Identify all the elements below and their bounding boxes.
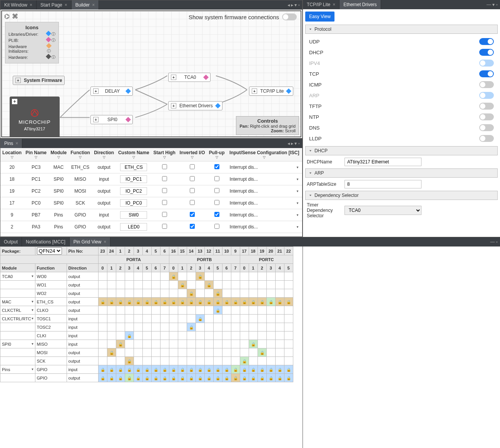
grid-cell[interactable]: 🔒 xyxy=(240,374,249,382)
grid-cell[interactable]: 🔒 xyxy=(187,365,196,374)
grid-cell[interactable]: 🔒 xyxy=(231,298,240,306)
grid-cell[interactable]: 🔒 xyxy=(151,298,160,306)
grid-cell[interactable]: 🔒 xyxy=(187,323,196,331)
grid-cell[interactable]: 🔒 xyxy=(213,374,222,382)
window-ctrls[interactable]: ◂ ▸ ▾ ▫ xyxy=(288,0,302,10)
grid-cell[interactable]: 🔒 xyxy=(204,298,213,306)
grid-cell[interactable]: 🔒 xyxy=(284,298,293,306)
custom-name-input[interactable] xyxy=(120,223,147,231)
grid-cell[interactable]: 🔒 xyxy=(204,374,213,382)
grid-cell[interactable]: 🔒 xyxy=(258,365,266,374)
node-spi0[interactable]: +SPI0 xyxy=(90,115,133,124)
grid-cell[interactable]: 🔒 xyxy=(196,374,204,382)
grid-cell[interactable]: 🔒 xyxy=(249,340,258,348)
grid-cell[interactable]: 🔒 xyxy=(178,281,187,289)
expand-icon[interactable]: + xyxy=(12,99,17,104)
node-tca0[interactable]: +TCA0 xyxy=(168,73,211,82)
grid-cell[interactable]: 🔒 xyxy=(160,365,169,374)
custom-name-input[interactable] xyxy=(120,175,147,183)
node-system-firmware[interactable]: + System Firmware xyxy=(13,76,65,85)
grid-cell[interactable]: 🔒 xyxy=(169,298,178,306)
grid-cell[interactable]: 🔒 xyxy=(169,374,178,382)
grid-cell[interactable]: 🔒 xyxy=(213,306,222,315)
grid-cell[interactable]: 🔒 xyxy=(116,365,125,374)
grid-cell[interactable]: 🔒 xyxy=(125,365,134,374)
toggle-tftp[interactable] xyxy=(479,103,494,110)
grid-cell[interactable]: 🔒 xyxy=(107,298,116,306)
grid-cell[interactable]: 🔒 xyxy=(178,365,187,374)
tab-kit-window[interactable]: Kit Window× xyxy=(0,0,37,10)
grid-cell[interactable]: 🔒 xyxy=(98,374,107,382)
grid-cell[interactable]: 🔒 xyxy=(240,357,249,365)
isc-select[interactable]: Interrupt dis... xyxy=(228,165,301,170)
grid-cell[interactable]: 🔒 xyxy=(275,365,284,374)
grid-cell[interactable]: 🔒 xyxy=(196,272,204,281)
chip-block[interactable]: + MICROCHIP ATtiny3217 xyxy=(10,97,60,137)
node-delay[interactable]: +DELAY xyxy=(90,87,133,96)
grid-cell[interactable]: 🔒 xyxy=(151,374,160,382)
toggle-dns[interactable] xyxy=(479,124,494,131)
section-protocol[interactable]: Protocol xyxy=(305,25,498,34)
isc-select[interactable]: Interrupt dis... xyxy=(228,188,301,194)
tab-builder[interactable]: Builder× xyxy=(72,0,99,10)
custom-name-input[interactable] xyxy=(120,199,147,207)
grid-cell[interactable]: 🔒 xyxy=(107,348,116,357)
custom-name-input[interactable] xyxy=(120,163,147,171)
grid-cell[interactable]: 🔒 xyxy=(142,374,151,382)
grid-cell[interactable]: 🔒 xyxy=(107,365,116,374)
package-select[interactable]: QFN24 xyxy=(37,247,62,255)
grid-cell[interactable]: 🔒 xyxy=(213,298,222,306)
grid-cell[interactable]: 🔒 xyxy=(178,298,187,306)
toggle-udp[interactable] xyxy=(479,38,494,45)
grid-cell[interactable]: 🔒 xyxy=(151,365,160,374)
node-tcpip[interactable]: +TCP/IP Lite xyxy=(249,87,293,96)
grid-cell[interactable]: 🔒 xyxy=(134,298,142,306)
grid-cell[interactable]: 🔒 xyxy=(98,298,107,306)
easy-view-button[interactable]: Easy View xyxy=(305,12,334,22)
grid-cell[interactable]: 🔒 xyxy=(213,365,222,374)
grid-cell[interactable]: 🔒 xyxy=(258,348,266,357)
grid-cell[interactable]: 🔒 xyxy=(249,374,258,382)
grid-cell[interactable]: 🔒 xyxy=(266,298,275,306)
grid-cell[interactable]: 🔒 xyxy=(231,374,240,382)
grid-cell[interactable]: 🔒 xyxy=(169,365,178,374)
grid-cell[interactable]: 🔒 xyxy=(107,374,116,382)
grid-cell[interactable]: 🔒 xyxy=(196,365,204,374)
grid-cell[interactable]: 🔒 xyxy=(266,365,275,374)
dhcp-name-input[interactable] xyxy=(344,158,421,166)
isc-select[interactable]: Interrupt dis... xyxy=(228,212,301,218)
builder-canvas[interactable]: ⌬ ⌘ Show system firmware connections Ico… xyxy=(1,10,301,137)
grid-cell[interactable]: 🔒 xyxy=(116,374,125,382)
arp-size-input[interactable] xyxy=(344,180,421,188)
grid-cell[interactable]: 🔒 xyxy=(187,289,196,298)
grid-cell[interactable]: 🔒 xyxy=(116,298,125,306)
section-dhcp[interactable]: DHCP xyxy=(305,146,498,155)
grid-cell[interactable]: 🔒 xyxy=(204,365,213,374)
grid-cell[interactable]: 🔒 xyxy=(249,298,258,306)
firmware-toggle[interactable] xyxy=(282,13,297,20)
toggle-ntp[interactable] xyxy=(479,113,494,120)
grid-cell[interactable]: 🔒 xyxy=(284,365,293,374)
grid-cell[interactable]: 🔒 xyxy=(231,365,240,374)
section-arp[interactable]: ARP xyxy=(305,168,498,178)
expand-icon[interactable]: + xyxy=(15,78,21,83)
toggle-dhcp[interactable] xyxy=(479,49,494,56)
toggle-icmp[interactable] xyxy=(479,81,494,88)
grid-cell[interactable]: 🔒 xyxy=(284,374,293,382)
grid-cell[interactable]: 🔒 xyxy=(125,357,134,365)
section-dep[interactable]: Dependency Selector xyxy=(305,191,498,200)
grid-cell[interactable]: 🔒 xyxy=(134,374,142,382)
grid-cell[interactable]: 🔒 xyxy=(116,340,125,348)
grid-cell[interactable]: 🔒 xyxy=(222,298,231,306)
grid-cell[interactable]: 🔒 xyxy=(266,374,275,382)
toggle-ipv4[interactable] xyxy=(479,60,494,67)
toggle-lldp[interactable] xyxy=(479,135,494,142)
grid-cell[interactable]: 🔒 xyxy=(196,315,204,323)
isc-select[interactable]: Interrupt dis... xyxy=(228,224,301,230)
toggle-arp[interactable] xyxy=(479,92,494,99)
tab-ethernet-drivers[interactable]: Ethernet Drivers xyxy=(339,0,381,9)
isc-select[interactable]: Interrupt dis... xyxy=(228,177,301,182)
grid-cell[interactable]: 🔒 xyxy=(258,298,266,306)
grid-cell[interactable]: 🔒 xyxy=(169,272,178,281)
graph-expand-icon[interactable]: ⌬ xyxy=(4,13,10,20)
